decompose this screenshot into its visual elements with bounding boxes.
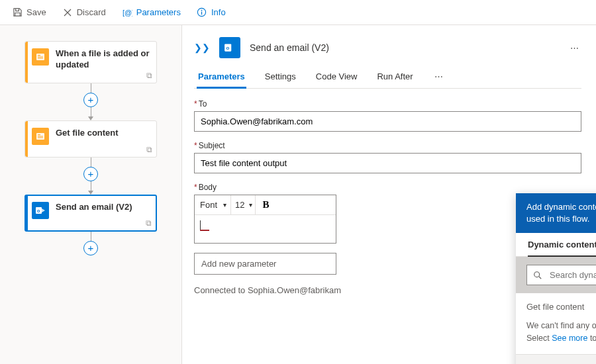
tabs-more-button[interactable]: ⋯ (432, 68, 446, 88)
dynamic-content-popover: Add dynamic content from the apps and co… (516, 193, 596, 364)
see-more-link[interactable]: See more (552, 334, 587, 343)
svg-rect-3 (201, 12, 202, 15)
node-trigger[interactable]: When a file is added or updated ⧉ (25, 41, 157, 83)
get-file-icon (32, 128, 49, 145)
sharepoint-trigger-icon (32, 48, 49, 66)
add-parameter-button[interactable]: Add new parameter (194, 253, 336, 275)
parameters-label: Parameters (136, 7, 181, 17)
body-content[interactable] (195, 215, 336, 243)
panel-more-button[interactable]: ⋯ (568, 43, 581, 53)
link-icon: ⧉ (146, 218, 152, 228)
add-step-button[interactable]: + (83, 93, 98, 107)
action-panel: ❯❯ o Send an email (V2) ⋯ Parameters Set… (182, 25, 596, 364)
info-label: Info (211, 7, 226, 17)
section-get-file-content: Get file content (526, 302, 584, 312)
subject-input[interactable] (194, 153, 581, 173)
body-editor[interactable]: Font 12 B (194, 195, 336, 244)
link-icon: ⧉ (146, 71, 152, 80)
tab-settings[interactable]: Settings (264, 68, 297, 88)
tab-parameters[interactable]: Parameters (197, 68, 246, 88)
to-label: To (199, 99, 207, 109)
add-step-button[interactable]: + (83, 167, 98, 181)
svg-rect-5 (38, 55, 40, 56)
search-icon (533, 271, 542, 280)
discard-label: Discard (77, 7, 106, 17)
font-select[interactable]: Font (195, 195, 231, 214)
info-button[interactable]: Info (190, 5, 232, 21)
subject-label: Subject (199, 141, 225, 150)
panel-outlook-icon: o (219, 37, 240, 58)
tab-dynamic-content[interactable]: Dynamic content (528, 240, 596, 256)
svg-point-16 (534, 272, 540, 277)
svg-rect-9 (38, 134, 40, 135)
svg-text:o: o (37, 208, 40, 213)
link-icon: ⧉ (146, 145, 152, 154)
font-size-select[interactable]: 12 (231, 195, 256, 214)
toolbar: Save Discard [@] Parameters Info (0, 0, 596, 25)
tab-code-view[interactable]: Code View (315, 68, 359, 88)
collapse-icon[interactable]: ❯❯ (194, 42, 210, 53)
svg-text:[@]: [@] (123, 9, 132, 17)
save-label: Save (26, 7, 46, 17)
main: When a file is added or updated ⧉ + Get … (0, 25, 596, 364)
outlook-icon: o (32, 202, 49, 219)
tab-run-after[interactable]: Run After (375, 68, 414, 88)
node-getfile-title: Get file content (56, 128, 150, 139)
save-icon (12, 7, 23, 18)
node-sendemail-title: Send an email (V2) (56, 202, 150, 213)
parameters-icon: [@] (122, 7, 132, 18)
svg-text:o: o (226, 45, 229, 51)
svg-rect-6 (38, 57, 43, 58)
panel-tabs: Parameters Settings Code View Run After … (194, 68, 581, 89)
to-input[interactable] (194, 111, 581, 132)
popover-header-text: Add dynamic content from the apps and co… (526, 201, 596, 225)
svg-rect-10 (38, 136, 43, 136)
info-icon (197, 7, 207, 18)
svg-rect-7 (38, 58, 43, 59)
node-trigger-title: When a file is added or updated (56, 48, 150, 71)
svg-point-2 (201, 10, 203, 11)
body-label: Body (199, 183, 217, 192)
add-step-button[interactable]: + (83, 241, 98, 255)
save-button[interactable]: Save (5, 5, 53, 21)
node-send-email[interactable]: o Send an email (V2) ⧉ (25, 195, 157, 232)
svg-rect-11 (38, 137, 43, 138)
discard-button[interactable]: Discard (56, 5, 113, 21)
designer-canvas: When a file is added or updated ⧉ + Get … (0, 25, 182, 364)
panel-title: Send an email (V2) (250, 42, 558, 53)
discard-icon (62, 7, 73, 18)
bold-button[interactable]: B (256, 195, 275, 214)
parameters-button[interactable]: [@] Parameters (115, 5, 187, 21)
no-outputs-message: We can't find any outputs to match this … (516, 320, 596, 354)
node-get-file-content[interactable]: Get file content ⧉ (25, 120, 157, 158)
svg-line-17 (539, 277, 542, 279)
